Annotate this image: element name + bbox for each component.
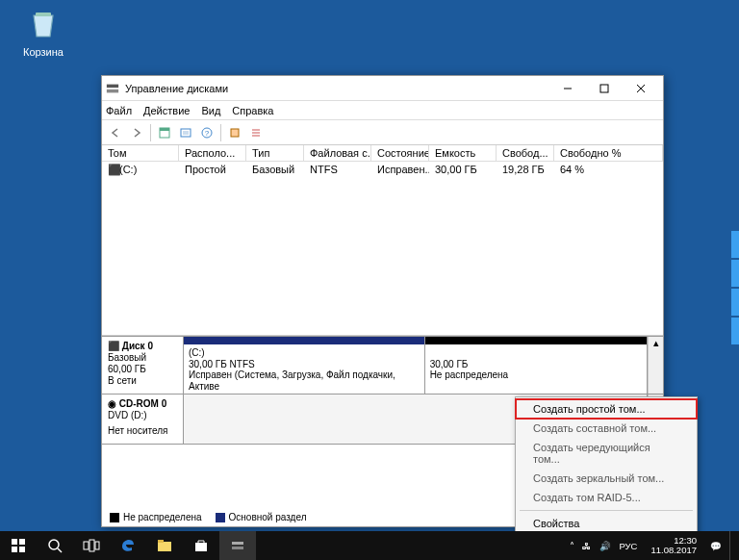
- cell-volume: (C:): [119, 164, 137, 175]
- disk0-info[interactable]: ⬛ Диск 0 Базовый 60,00 ГБ В сети: [102, 337, 184, 394]
- volume-unallocated[interactable]: 30,00 ГБ Не распределена: [425, 337, 648, 394]
- settings-icon[interactable]: [225, 123, 244, 142]
- legend-unalloc: Не распределена: [123, 512, 202, 522]
- svg-rect-26: [158, 542, 171, 551]
- cell-freepct: 64 %: [554, 162, 663, 178]
- title-bar[interactable]: Управление дисками: [102, 76, 663, 101]
- tray-clock[interactable]: 12:30 11.08.2017: [645, 536, 702, 556]
- view1-icon[interactable]: [155, 123, 174, 142]
- svg-rect-10: [183, 131, 189, 135]
- svg-rect-1: [107, 84, 118, 88]
- svg-rect-0: [36, 13, 51, 16]
- svg-line-22: [58, 548, 62, 552]
- volume-table: Том Располо... Тип Файловая с... Состоян…: [102, 145, 663, 336]
- th-free[interactable]: Свобод...: [497, 145, 554, 161]
- tray-network-icon[interactable]: 🖧: [582, 541, 592, 551]
- svg-rect-19: [12, 547, 17, 552]
- cell-free: 19,28 ГБ: [497, 162, 554, 178]
- cell-capacity: 30,00 ГБ: [429, 162, 497, 178]
- ctx-properties[interactable]: Свойства: [516, 514, 697, 533]
- cell-type: Базовый: [246, 162, 304, 178]
- system-tray: ˄ 🖧 🔊 РУС 12:30 11.08.2017 💬: [570, 531, 739, 560]
- toolbar: ?: [102, 120, 663, 145]
- svg-rect-17: [12, 539, 17, 545]
- cell-fs: NTFS: [304, 162, 371, 178]
- svg-rect-30: [232, 547, 243, 549]
- taskbar: ˄ 🖧 🔊 РУС 12:30 11.08.2017 💬: [0, 531, 739, 560]
- close-button[interactable]: [623, 78, 659, 99]
- tray-chevron-up-icon[interactable]: ˄: [570, 541, 574, 551]
- tray-language[interactable]: РУС: [619, 541, 637, 551]
- menu-file[interactable]: Файл: [106, 105, 132, 116]
- svg-rect-24: [89, 540, 94, 551]
- svg-rect-2: [107, 89, 118, 92]
- cdrom-info[interactable]: ◉ CD-ROM 0 DVD (D:) Нет носителя: [102, 395, 184, 444]
- th-volume[interactable]: Том: [102, 145, 179, 161]
- menu-help[interactable]: Справка: [232, 105, 273, 116]
- svg-rect-28: [195, 543, 207, 551]
- search-icon[interactable]: [37, 531, 73, 560]
- cell-layout: Простой: [179, 162, 246, 178]
- ctx-create-striped-volume: Создать чередующийся том...: [516, 438, 697, 469]
- ctx-create-raid5-volume: Создать том RAID-5...: [516, 488, 697, 507]
- recycle-bin-label: Корзина: [14, 46, 72, 58]
- svg-text:?: ?: [205, 129, 210, 138]
- th-type[interactable]: Тип: [246, 145, 304, 161]
- maximize-button[interactable]: [586, 78, 623, 99]
- table-header: Том Располо... Тип Файловая с... Состоян…: [102, 145, 663, 162]
- window-title: Управление дисками: [125, 83, 549, 94]
- task-view-icon[interactable]: [73, 531, 110, 560]
- disc-icon: ◉: [108, 398, 119, 409]
- disk-icon: ⬛: [108, 341, 122, 351]
- back-icon[interactable]: [106, 123, 125, 142]
- disk-mgmt-taskbar-icon[interactable]: [219, 531, 256, 560]
- tray-notifications-icon[interactable]: 💬: [710, 541, 722, 551]
- ctx-create-mirrored-volume: Создать зеркальный том...: [516, 469, 697, 488]
- volume-c[interactable]: (C:) 30,00 ГБ NTFS Исправен (Система, За…: [184, 337, 425, 394]
- edge-peek: [731, 231, 739, 346]
- svg-rect-13: [231, 129, 239, 137]
- svg-rect-27: [158, 540, 164, 543]
- legend-primary: Основной раздел: [229, 512, 307, 522]
- minimize-button[interactable]: [549, 78, 586, 99]
- ctx-create-spanned-volume: Создать составной том...: [516, 419, 697, 438]
- th-fs[interactable]: Файловая с...: [304, 145, 371, 161]
- cell-status: Исправен...: [371, 162, 429, 178]
- svg-rect-18: [19, 539, 25, 545]
- svg-rect-23: [84, 542, 89, 549]
- list-icon[interactable]: [246, 123, 266, 142]
- th-freepct[interactable]: Свободно %: [554, 145, 663, 161]
- menu-action[interactable]: Действие: [143, 105, 190, 116]
- th-capacity[interactable]: Емкость: [429, 145, 497, 161]
- store-icon[interactable]: [183, 531, 219, 560]
- show-desktop-button[interactable]: [729, 531, 735, 560]
- edge-icon[interactable]: [110, 531, 146, 560]
- help-icon[interactable]: ?: [197, 123, 217, 142]
- scrollbar[interactable]: ▴: [648, 337, 663, 394]
- table-row[interactable]: ⬛(C:) Простой Базовый NTFS Исправен... 3…: [102, 162, 663, 178]
- menu-view[interactable]: Вид: [201, 105, 220, 116]
- recycle-bin[interactable]: Корзина: [14, 8, 72, 58]
- forward-icon[interactable]: [127, 123, 146, 142]
- refresh-icon[interactable]: [176, 123, 195, 142]
- tray-volume-icon[interactable]: 🔊: [599, 541, 611, 551]
- svg-rect-20: [19, 547, 25, 552]
- svg-rect-29: [232, 542, 243, 545]
- svg-point-21: [49, 540, 59, 549]
- explorer-icon[interactable]: [146, 531, 183, 560]
- svg-rect-25: [95, 542, 99, 549]
- disk-icon: ⬛: [108, 164, 119, 176]
- app-icon: [106, 82, 119, 95]
- disk-row-0: ⬛ Диск 0 Базовый 60,00 ГБ В сети (C:) 30…: [102, 337, 663, 395]
- start-button[interactable]: [0, 531, 37, 560]
- svg-rect-4: [600, 85, 608, 92]
- menu-bar: Файл Действие Вид Справка: [102, 101, 663, 120]
- svg-rect-8: [160, 128, 169, 131]
- th-status[interactable]: Состояние: [371, 145, 429, 161]
- th-layout[interactable]: Располо...: [179, 145, 246, 161]
- ctx-create-simple-volume[interactable]: Создать простой том...: [516, 399, 697, 419]
